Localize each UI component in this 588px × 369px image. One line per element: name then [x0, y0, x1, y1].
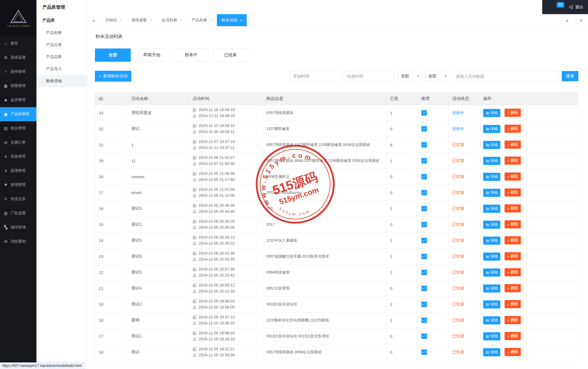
- tab-3[interactable]: 产品列表 ×: [187, 14, 217, 26]
- logout-icon: [569, 5, 574, 9]
- delete-button[interactable]: × 删除: [505, 236, 521, 244]
- tab-2[interactable]: 会员列表 ×: [157, 14, 187, 26]
- delete-button[interactable]: × 删除: [505, 348, 521, 356]
- recommend-checkbox[interactable]: ✓: [421, 238, 427, 243]
- submenu-group-title[interactable]: 产品库: [36, 14, 87, 27]
- activity-status: 已结束: [452, 174, 464, 179]
- status-filter-0[interactable]: 全部: [95, 48, 131, 62]
- tab-close-icon[interactable]: ×: [210, 18, 212, 23]
- sidebar-item-7[interactable]: ⇄ 交易订单: [0, 135, 36, 150]
- tab-4[interactable]: 秒杀活动 ×: [217, 14, 247, 26]
- delete-button[interactable]: × 删除: [505, 172, 521, 181]
- delete-button[interactable]: × 删除: [505, 188, 521, 197]
- activity-title-input[interactable]: [452, 71, 558, 81]
- sidebar-item-10[interactable]: ⚑ 发现管理: [0, 178, 36, 192]
- end-time-input[interactable]: [344, 71, 394, 81]
- sidebar-item-14[interactable]: ✉ 消息通知: [0, 234, 36, 249]
- recommend-checkbox[interactable]: ✓: [421, 318, 427, 323]
- tab-close-icon[interactable]: ×: [120, 18, 122, 23]
- search-button[interactable]: 搜索: [562, 71, 578, 81]
- recommend-select[interactable]: 全部 ▾: [425, 71, 449, 81]
- sidebar-item-1[interactable]: ⚙ 系统设置: [0, 51, 36, 65]
- status-filter-2[interactable]: 秒杀中: [173, 48, 209, 62]
- submenu-item-3[interactable]: 产品导入: [36, 63, 87, 75]
- detail-button[interactable]: ▤ 详细: [483, 141, 500, 149]
- delete-button[interactable]: × 删除: [505, 332, 521, 340]
- delete-button[interactable]: × 删除: [505, 284, 521, 292]
- detail-button[interactable]: ▤ 详细: [483, 173, 500, 181]
- detail-button[interactable]: ▤ 详细: [483, 253, 500, 261]
- start-time-input[interactable]: [290, 71, 340, 81]
- detail-button[interactable]: ▤ 详细: [483, 300, 500, 309]
- detail-button[interactable]: ▤ 详细: [483, 109, 500, 117]
- recommend-checkbox[interactable]: ✓: [421, 270, 427, 275]
- sidebar-item-11[interactable]: ✎ 资讯文章: [0, 192, 36, 206]
- scroll-tabs-left-button[interactable]: «: [87, 14, 101, 26]
- sidebar-item-3[interactable]: ▦ 权限管理: [0, 79, 36, 93]
- delete-button[interactable]: × 删除: [505, 204, 521, 212]
- delete-button[interactable]: × 删除: [505, 141, 521, 149]
- sidebar-item-2[interactable]: ⚡ 插件管理: [0, 65, 36, 79]
- tab-close-icon[interactable]: ×: [240, 18, 242, 23]
- delete-button[interactable]: × 删除: [505, 316, 521, 324]
- detail-button[interactable]: ▤ 详细: [483, 332, 500, 340]
- recommend-checkbox[interactable]: ✓: [421, 302, 427, 307]
- delete-button[interactable]: × 删除: [505, 268, 521, 276]
- tab-1[interactable]: 系统参数 ×: [127, 14, 157, 26]
- close-all-tabs-button[interactable]: ×: [574, 14, 588, 26]
- start-prefix: 起:: [192, 171, 198, 176]
- detail-button[interactable]: ▤ 详细: [483, 189, 500, 197]
- scroll-tabs-right-button[interactable]: »: [560, 14, 574, 26]
- detail-button[interactable]: ▤ 详细: [483, 157, 500, 165]
- delete-button[interactable]: × 删除: [505, 220, 521, 228]
- sidebar-item-4[interactable]: ☻ 会员管理: [0, 93, 36, 107]
- detail-button[interactable]: ▤ 详细: [483, 221, 500, 229]
- detail-button[interactable]: ▤ 详细: [483, 205, 500, 213]
- notification-badge[interactable]: 43: [557, 2, 564, 8]
- recommend-checkbox[interactable]: ✓: [421, 254, 427, 259]
- detail-button[interactable]: ▤ 详细: [483, 348, 500, 356]
- detail-button[interactable]: ▤ 详细: [483, 316, 500, 324]
- submenu-item-2[interactable]: 产品品牌: [36, 51, 87, 63]
- recommend-checkbox[interactable]: ✓: [421, 126, 427, 132]
- sidebar-item-13[interactable]: ▚ 城市区域: [0, 220, 36, 234]
- submenu-item-0[interactable]: 产品列表: [36, 27, 87, 39]
- status-select[interactable]: 全部 ▾: [398, 71, 422, 81]
- recommend-checkbox[interactable]: ✓: [421, 110, 427, 116]
- detail-button[interactable]: ▤ 详细: [483, 284, 500, 293]
- recommend-checkbox[interactable]: ✓: [421, 174, 427, 179]
- sidebar-item-12[interactable]: ▥ 广告设置: [0, 206, 36, 220]
- delete-button[interactable]: × 删除: [505, 109, 521, 117]
- tab-0[interactable]: 控制台 ×: [101, 14, 127, 26]
- tab-close-icon[interactable]: ×: [150, 18, 152, 23]
- submenu-item-4[interactable]: 秒杀活动: [36, 75, 87, 87]
- delete-button[interactable]: × 删除: [505, 252, 521, 260]
- sidebar-item-0[interactable]: ⌂ 首页: [0, 36, 36, 51]
- detail-button[interactable]: ▤ 详细: [483, 237, 500, 245]
- recommend-checkbox[interactable]: ✓: [421, 158, 427, 163]
- status-filter-1[interactable]: 即将开始: [134, 48, 170, 62]
- detail-button[interactable]: ▤ 详细: [483, 125, 500, 133]
- sidebar-item-8[interactable]: ¥ 充值管理: [0, 150, 36, 164]
- activity-status: 已结束: [452, 302, 464, 306]
- tab-close-icon[interactable]: ×: [180, 18, 182, 23]
- cell-ops: ▤ 详细 × 删除: [480, 137, 578, 153]
- sidebar-item-9[interactable]: ¥ 提现管理: [0, 164, 36, 178]
- recommend-checkbox[interactable]: ✓: [421, 349, 427, 355]
- submenu-item-1[interactable]: 产品分类: [36, 39, 87, 51]
- status-filter-3[interactable]: 已结束: [212, 48, 248, 62]
- recommend-checkbox[interactable]: ✓: [421, 142, 427, 147]
- recommend-checkbox[interactable]: ✓: [421, 222, 427, 227]
- sidebar-item-6[interactable]: ▤ 积分管理: [0, 121, 36, 135]
- add-seckill-button[interactable]: + 新增秒杀活动: [95, 71, 131, 82]
- recommend-checkbox[interactable]: ✓: [421, 206, 427, 211]
- recommend-checkbox[interactable]: ✓: [421, 190, 427, 195]
- logout-button[interactable]: 退出: [569, 5, 583, 10]
- recommend-checkbox[interactable]: ✓: [421, 333, 427, 339]
- recommend-checkbox[interactable]: ✓: [421, 286, 427, 291]
- delete-button[interactable]: × 删除: [505, 300, 521, 308]
- detail-button[interactable]: ▤ 详细: [483, 268, 500, 277]
- delete-button[interactable]: × 删除: [505, 157, 521, 165]
- sidebar-item-5[interactable]: ▣ 产品库管理: [0, 107, 36, 121]
- delete-button[interactable]: × 删除: [505, 125, 521, 133]
